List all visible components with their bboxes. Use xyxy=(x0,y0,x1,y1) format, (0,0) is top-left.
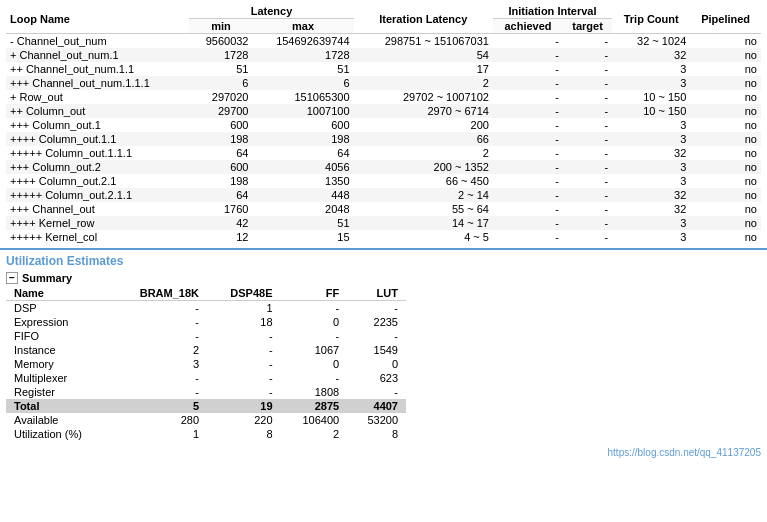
lat-min-cell: 64 xyxy=(189,188,252,202)
ii-target-header: target xyxy=(563,19,612,34)
lat-max-cell: 64 xyxy=(252,146,353,160)
pipelined-cell: no xyxy=(690,216,761,230)
pipelined-cell: no xyxy=(690,160,761,174)
lat-min-cell: 12 xyxy=(189,230,252,244)
ii-target-cell: - xyxy=(563,62,612,76)
list-item: Expression - 18 0 2235 xyxy=(6,315,406,329)
pipelined-cell: no xyxy=(690,132,761,146)
ii-target-cell: - xyxy=(563,48,612,62)
pipelined-cell: no xyxy=(690,76,761,90)
pipelined-cell: no xyxy=(690,146,761,160)
trip-cell: 10 ~ 150 xyxy=(612,90,690,104)
loop-name-cell: +++++ Column_out.1.1.1 xyxy=(6,146,189,160)
pipelined-cell: no xyxy=(690,104,761,118)
ii-target-cell: - xyxy=(563,146,612,160)
lut-cell: 4407 xyxy=(347,399,406,413)
ff-cell: 0 xyxy=(281,315,348,329)
iter-latency-cell: 2 ~ 14 xyxy=(354,188,493,202)
lat-min-cell: 1760 xyxy=(189,202,252,216)
lat-min-cell: 6 xyxy=(189,76,252,90)
trip-cell: 32 xyxy=(612,146,690,160)
loop-name-header: Loop Name xyxy=(6,4,189,34)
pipelined-header: Pipelined xyxy=(690,4,761,34)
dsp-cell: - xyxy=(207,357,281,371)
util-name-cell: DSP xyxy=(6,301,112,316)
ii-achieved-cell: - xyxy=(493,188,563,202)
pipelined-cell: no xyxy=(690,118,761,132)
table-row: ++ Column_out 29700 1007100 2970 ~ 6714 … xyxy=(6,104,761,118)
iter-latency-cell: 55 ~ 64 xyxy=(354,202,493,216)
bram-cell: - xyxy=(112,371,207,385)
ii-target-cell: - xyxy=(563,230,612,244)
lat-max-cell: 2048 xyxy=(252,202,353,216)
bram-cell: 3 xyxy=(112,357,207,371)
loop-name-cell: + Channel_out_num.1 xyxy=(6,48,189,62)
lat-max-cell: 15 xyxy=(252,230,353,244)
ii-target-cell: - xyxy=(563,216,612,230)
iter-latency-cell: 54 xyxy=(354,48,493,62)
table-row: +++ Column_out.1 600 600 200 - - 3 no xyxy=(6,118,761,132)
util-header-ff: FF xyxy=(281,286,348,301)
trip-cell: 3 xyxy=(612,62,690,76)
list-item: Total 5 19 2875 4407 xyxy=(6,399,406,413)
table-row: +++++ Column_out.2.1.1 64 448 2 ~ 14 - -… xyxy=(6,188,761,202)
trip-cell: 3 xyxy=(612,174,690,188)
ii-target-cell: - xyxy=(563,118,612,132)
ii-achieved-cell: - xyxy=(493,132,563,146)
ii-achieved-cell: - xyxy=(493,230,563,244)
lat-min-cell: 600 xyxy=(189,118,252,132)
table-row: + Channel_out_num.1 1728 1728 54 - - 32 … xyxy=(6,48,761,62)
latency-section: Loop Name Latency Iteration Latency Init… xyxy=(0,0,767,248)
lat-min-cell: 297020 xyxy=(189,90,252,104)
pipelined-cell: no xyxy=(690,202,761,216)
dsp-cell: 19 xyxy=(207,399,281,413)
ii-header: Initiation Interval xyxy=(493,4,612,19)
bram-cell: - xyxy=(112,385,207,399)
lut-cell: - xyxy=(347,329,406,343)
ii-achieved-cell: - xyxy=(493,202,563,216)
trip-cell: 32 xyxy=(612,202,690,216)
iter-latency-cell: 200 xyxy=(354,118,493,132)
ii-achieved-cell: - xyxy=(493,34,563,49)
lat-max-cell: 151065300 xyxy=(252,90,353,104)
pipelined-cell: no xyxy=(690,174,761,188)
util-name-cell: Total xyxy=(6,399,112,413)
trip-cell: 32 xyxy=(612,48,690,62)
bram-cell: - xyxy=(112,329,207,343)
loop-name-cell: ++++ Column_out.1.1 xyxy=(6,132,189,146)
util-name-cell: Utilization (%) xyxy=(6,427,112,441)
lat-min-cell: 51 xyxy=(189,62,252,76)
pipelined-cell: no xyxy=(690,62,761,76)
iter-latency-cell: 2 xyxy=(354,76,493,90)
list-item: Register - - 1808 - xyxy=(6,385,406,399)
lat-max-cell: 51 xyxy=(252,216,353,230)
lat-max-cell: 1007100 xyxy=(252,104,353,118)
collapse-icon[interactable]: − xyxy=(6,272,18,284)
dsp-cell: - xyxy=(207,385,281,399)
list-item: Multiplexer - - - 623 xyxy=(6,371,406,385)
trip-cell: 32 ~ 1024 xyxy=(612,34,690,49)
lut-cell: 53200 xyxy=(347,413,406,427)
loop-name-cell: +++ Column_out.1 xyxy=(6,118,189,132)
util-name-cell: Memory xyxy=(6,357,112,371)
lat-min-cell: 64 xyxy=(189,146,252,160)
ii-achieved-cell: - xyxy=(493,62,563,76)
iter-latency-header: Iteration Latency xyxy=(354,4,493,34)
pipelined-cell: no xyxy=(690,34,761,49)
ff-cell: 2 xyxy=(281,427,348,441)
table-row: +++ Channel_out 1760 2048 55 ~ 64 - - 32… xyxy=(6,202,761,216)
list-item: Available 280 220 106400 53200 xyxy=(6,413,406,427)
ff-cell: - xyxy=(281,371,348,385)
util-header-bram-18k: BRAM_18K xyxy=(112,286,207,301)
util-header-lut: LUT xyxy=(347,286,406,301)
lut-cell: 2235 xyxy=(347,315,406,329)
lat-max-cell: 448 xyxy=(252,188,353,202)
table-row: ++ Channel_out_num.1.1 51 51 17 - - 3 no xyxy=(6,62,761,76)
table-row: - Channel_out_num 9560032 154692639744 2… xyxy=(6,34,761,49)
loop-name-cell: - Channel_out_num xyxy=(6,34,189,49)
util-name-cell: Multiplexer xyxy=(6,371,112,385)
dsp-cell: - xyxy=(207,329,281,343)
ii-target-cell: - xyxy=(563,76,612,90)
lat-max-cell: 600 xyxy=(252,118,353,132)
ff-cell: 1067 xyxy=(281,343,348,357)
